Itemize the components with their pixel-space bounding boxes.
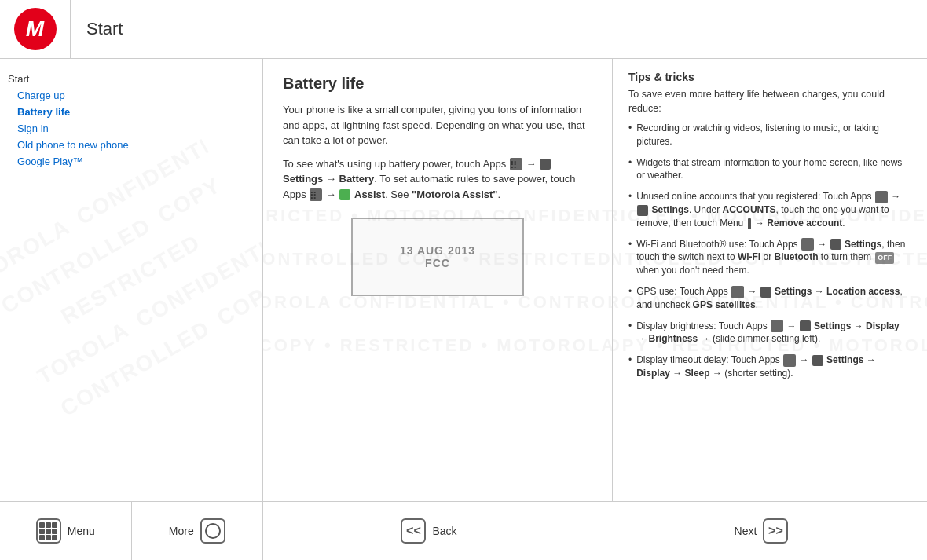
circle-icon [205,523,221,539]
logo-letter: M [26,16,44,42]
settings-icon-4 [760,287,771,298]
next-button[interactable]: Next >> [595,502,927,560]
tip-item-6: Display brightness: Touch Apps → Setting… [628,320,911,346]
next-label: Next [735,525,757,537]
page-title: Start [71,19,123,39]
apps-icon-7 [783,354,796,367]
sidebar-item-charge-up[interactable]: Charge up [8,87,255,104]
apps-icon-4 [801,238,814,251]
apps-icon-1: ⠿ [510,158,522,170]
footer: Menu More << Back Next >> [0,501,927,560]
settings-icon-3 [830,239,841,250]
next-button-icon: >> [763,518,788,544]
settings-icon-6 [812,355,823,366]
footer-right-controls: << Back Next >> [263,502,927,560]
assist-icon [339,189,350,200]
grid-icon [39,522,57,540]
menu-label: Menu [68,525,95,537]
header: M Start [0,0,927,59]
settings-icon-2 [637,205,648,216]
menu-button-icon [36,518,61,544]
content-right-panel: RESTRICTED • MOTOROLA CONFIDENTIAL CONTR… [613,59,927,501]
fcc-stamp: 13 AUG 2013 FCC [351,218,524,296]
tips-intro: To save even more battery life between c… [628,88,911,115]
sidebar-item-sign-in[interactable]: Sign in [8,120,255,137]
logo-area: M [0,0,71,58]
off-badge: OFF [875,252,894,264]
apps-icon-3 [875,191,888,203]
more-label: More [169,525,194,537]
tip-item-7: Display timeout delay: Touch Apps → Sett… [628,353,911,380]
back-button-icon: << [401,518,426,544]
more-button[interactable]: More [132,502,263,560]
apps-icon-5 [731,286,744,298]
sidebar-item-google-play[interactable]: Google Play™ [8,153,255,170]
tip-item-3: Unused online accounts that you register… [628,190,911,229]
back-label: Back [432,525,456,537]
back-button[interactable]: << Back [263,502,595,560]
tips-title: Tips & tricks [628,71,911,83]
section-title: Battery life [283,75,592,93]
content-area: RESTRICTED • MOTOROLA CONFIDENTIAL • CON… [263,59,927,501]
settings-icon-5 [800,320,811,331]
menu-icon-1 [748,218,751,229]
tip-item-5: GPS use: Touch Apps → Settings → Locatio… [628,285,911,312]
motorola-logo: M [14,8,57,50]
footer-left-controls: Menu More [0,502,263,560]
tip-item-2: Widgets that stream information to your … [628,156,911,183]
content-left-panel: RESTRICTED • MOTOROLA CONFIDENTIAL • CON… [263,59,613,501]
sidebar-item-start[interactable]: Start [8,71,255,87]
next-arrows-icon: >> [768,524,783,538]
tip-item-1: Recording or watching videos, listening … [628,122,911,148]
back-arrows-icon: << [406,524,421,538]
tips-list: Recording or watching videos, listening … [628,122,911,380]
stamp-code: FCC [425,257,450,269]
more-button-icon [200,518,225,544]
sidebar: MOTOROLA CONFIDENTIALCONTROLLED COPYREST… [0,59,263,501]
menu-button[interactable]: Menu [0,502,132,560]
sidebar-item-battery-life[interactable]: Battery life [8,104,255,120]
main-content: MOTOROLA CONFIDENTIALCONTROLLED COPYREST… [0,59,927,501]
tip-item-4: Wi-Fi and Bluetooth® use: Touch Apps → S… [628,238,911,277]
sidebar-nav: Start Charge up Battery life Sign in Old… [8,71,255,170]
stamp-date: 13 AUG 2013 [400,244,475,257]
battery-para2: To see what's using up battery power, to… [283,156,592,203]
sidebar-item-old-phone[interactable]: Old phone to new phone [8,137,255,153]
apps-icon-2: ⠿ [310,188,322,201]
battery-para1: Your phone is like a small computer, giv… [283,102,592,148]
settings-icon-1 [540,159,551,170]
apps-icon-6 [771,320,783,332]
